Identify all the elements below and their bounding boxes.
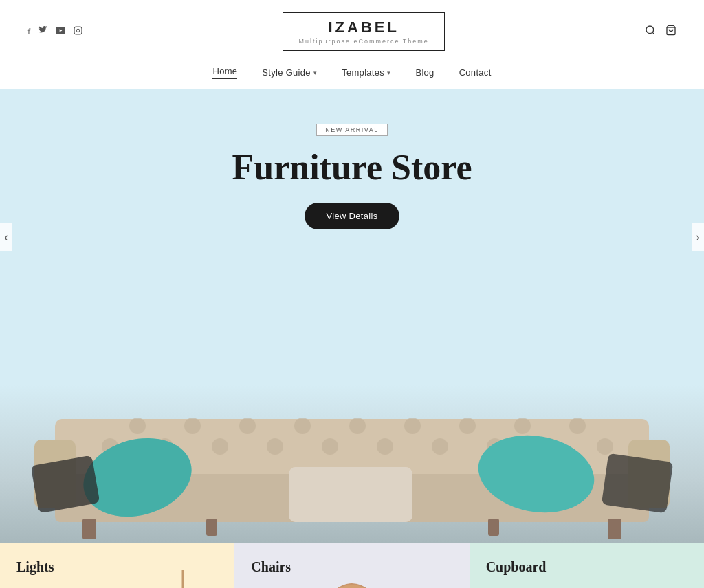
svg-point-14	[432, 438, 448, 455]
nav-home[interactable]: Home	[212, 66, 237, 79]
hero-section: ‹ NEW ARRIVAL Furniture Store View Detai…	[0, 89, 704, 385]
svg-rect-30	[608, 519, 622, 539]
svg-point-24	[459, 418, 476, 434]
category-row: Lights Chairs	[0, 543, 704, 588]
category-title-chairs: Chairs	[251, 559, 291, 575]
category-chairs: Chairs	[234, 543, 469, 588]
facebook-icon[interactable]: f	[28, 26, 30, 37]
social-icons: f	[28, 26, 82, 38]
instagram-icon[interactable]	[74, 26, 82, 38]
svg-point-12	[322, 438, 338, 455]
svg-point-11	[267, 438, 283, 455]
svg-rect-0	[74, 27, 82, 34]
svg-point-2	[646, 26, 654, 34]
svg-point-23	[404, 418, 421, 434]
svg-point-13	[377, 438, 393, 455]
svg-point-22	[349, 418, 366, 434]
svg-line-3	[652, 32, 654, 34]
top-bar: f IZABEL Multipurpose eCommerce Theme	[0, 0, 704, 59]
nav-blog[interactable]: Blog	[415, 67, 434, 78]
chevron-down-icon: ▾	[387, 69, 390, 76]
hero-title: Furniture Store	[232, 147, 472, 188]
cart-icon[interactable]	[666, 25, 676, 38]
logo-title: IZABEL	[298, 19, 428, 36]
svg-rect-37	[289, 467, 412, 522]
svg-point-26	[569, 418, 586, 434]
category-cupboard: Cupboard	[470, 543, 704, 588]
twitter-icon[interactable]	[38, 26, 47, 38]
prev-slide-button[interactable]: ‹	[0, 223, 12, 251]
category-lights: Lights	[0, 543, 234, 588]
svg-rect-39	[602, 453, 674, 513]
svg-point-20	[239, 418, 256, 434]
sofa-image	[0, 385, 704, 543]
svg-point-25	[514, 418, 531, 434]
svg-rect-32	[488, 519, 499, 536]
next-slide-button[interactable]: ›	[692, 223, 704, 251]
nav-contact[interactable]: Contact	[459, 67, 492, 78]
search-icon[interactable]	[645, 25, 656, 38]
category-title-cupboard: Cupboard	[486, 559, 547, 575]
category-title-lights: Lights	[16, 559, 54, 575]
header-actions	[645, 25, 676, 38]
nav-templates[interactable]: Templates ▾	[342, 67, 390, 78]
chevron-down-icon: ▾	[314, 69, 317, 76]
main-nav: Home Style Guide ▾ Templates ▾ Blog Cont…	[0, 59, 704, 89]
svg-point-10	[212, 438, 228, 455]
svg-rect-31	[206, 519, 217, 536]
svg-point-21	[294, 418, 311, 434]
svg-rect-29	[82, 519, 96, 539]
svg-point-17	[597, 438, 613, 455]
nav-style-guide[interactable]: Style Guide ▾	[262, 67, 317, 78]
logo-subtitle: Multipurpose eCommerce Theme	[298, 38, 428, 45]
new-arrival-badge: NEW ARRIVAL	[316, 124, 387, 136]
youtube-icon[interactable]	[56, 26, 65, 37]
logo[interactable]: IZABEL Multipurpose eCommerce Theme	[283, 12, 444, 51]
view-details-button[interactable]: View Details	[305, 203, 400, 229]
svg-point-18	[129, 418, 146, 434]
svg-point-19	[184, 418, 201, 434]
